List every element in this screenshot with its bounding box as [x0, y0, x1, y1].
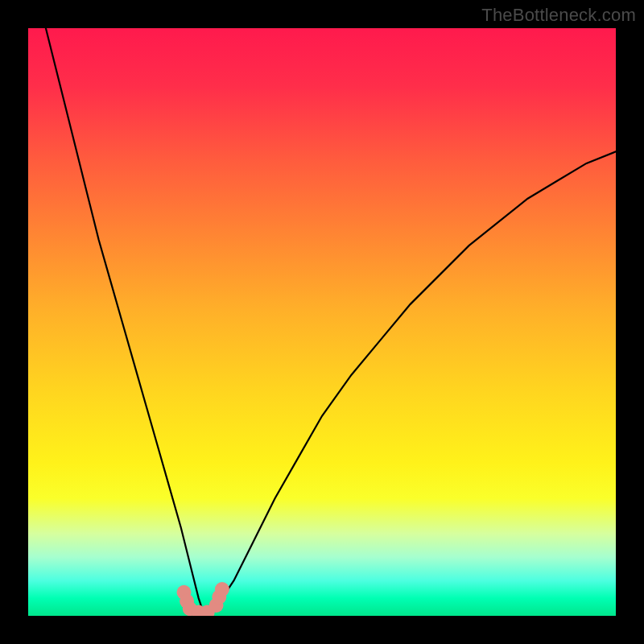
- plot-area: [28, 28, 616, 616]
- bottleneck-curve: [28, 28, 616, 616]
- chart-frame: TheBottleneck.com: [0, 0, 644, 644]
- watermark-text: TheBottleneck.com: [481, 5, 636, 26]
- curve-marker: [215, 582, 229, 597]
